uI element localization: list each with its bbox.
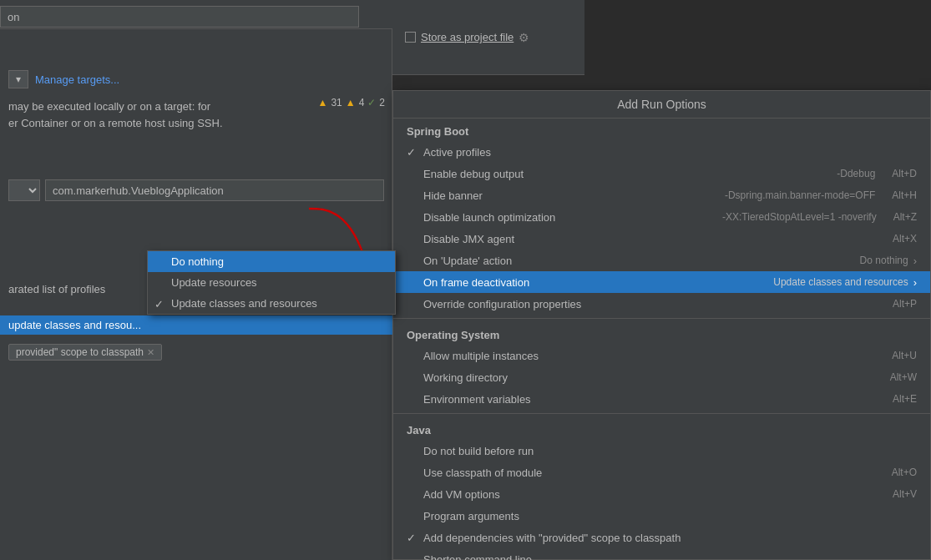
shortcut-override: Alt+P (876, 298, 917, 310)
shortcut-debug: Alt+D (875, 168, 917, 179)
section-java: Java (393, 417, 930, 440)
section-operating-system: Operating System (393, 322, 930, 345)
scope-pill-close[interactable]: ✕ (147, 347, 154, 358)
check-active-profiles: ✓ (407, 146, 423, 159)
label-on-update: On 'Update' action (423, 255, 855, 267)
menu-item-active-profiles[interactable]: ✓ Active profiles (393, 141, 930, 163)
shortcut-launch: Alt+Z (877, 211, 917, 223)
submenu-item-update-classes[interactable]: ✓ Update classes and resources (148, 293, 395, 314)
check-provided: ✓ (407, 532, 423, 544)
menu-item-disable-launch[interactable]: Disable launch optimization -XX:TieredSt… (393, 206, 930, 228)
sub-banner: -Dspring.main.banner-mode=OFF (725, 189, 875, 201)
menu-item-on-frame-deactivation[interactable]: On frame deactivation Update classes and… (393, 271, 930, 293)
target-dropdown[interactable]: ▾ (8, 70, 28, 88)
section-spring-boot: Spring Boot (393, 119, 930, 141)
update-row: update classes and resou... (0, 315, 392, 335)
panel-title: Add Run Options (393, 91, 930, 119)
label-workdir: Working directory (423, 371, 873, 384)
store-checkbox[interactable] (405, 32, 416, 43)
menu-item-override-config[interactable]: Override configuration properties Alt+P (393, 293, 930, 315)
scope-tag: provided" scope to classpath ✕ (0, 341, 170, 364)
label-debug: Enable debug output (423, 168, 832, 180)
profile-label: arated list of profiles (0, 280, 114, 299)
shortcut-env: Alt+E (876, 393, 917, 405)
label-jmx: Disable JMX agent (423, 233, 876, 245)
class-dropdown[interactable] (8, 179, 40, 201)
check-mark-icon: ✓ (154, 297, 164, 310)
label-frame: On frame deactivation (423, 276, 768, 289)
sub-frame: Update classes and resources (773, 276, 908, 288)
label-provided: Add dependencies with "provided" scope t… (423, 532, 917, 544)
submenu-item-do-nothing[interactable]: Do nothing (148, 251, 395, 272)
menu-item-classpath-module[interactable]: Use classpath of module Alt+O (393, 462, 930, 483)
arrow-frame: › (913, 276, 917, 289)
menu-item-vm-options[interactable]: Add VM options Alt+V (393, 483, 930, 505)
menu-item-provided-scope[interactable]: ✓ Add dependencies with "provided" scope… (393, 527, 930, 548)
label-multi: Allow multiple instances (423, 350, 875, 362)
menu-item-shorten-cmd[interactable]: Shorten command line (393, 548, 930, 560)
menu-item-env-vars[interactable]: Environment variables Alt+E (393, 388, 930, 410)
sub-on-update: Do nothing (860, 255, 908, 266)
shortcut-classpath: Alt+O (875, 467, 917, 478)
sub-debug: -Ddebug (837, 168, 875, 179)
menu-item-working-dir[interactable]: Working directory Alt+W (393, 366, 930, 388)
right-panel: Add Run Options Spring Boot ✓ Active pro… (392, 90, 931, 560)
divider-1 (393, 318, 930, 319)
shortcut-vm: Alt+V (876, 488, 917, 500)
label-nobuild: Do not build before run (423, 445, 917, 457)
shortcut-multi: Alt+U (875, 350, 917, 361)
store-project-area: Store as project file ⚙ (392, 0, 584, 75)
shortcut-banner: Alt+H (875, 189, 917, 201)
description-text: may be executed locally or on a target: … (0, 93, 384, 136)
submenu-item-update-resources[interactable]: Update resources (148, 272, 395, 293)
label-progargs: Program arguments (423, 510, 917, 522)
label-launch: Disable launch optimization (423, 211, 717, 224)
menu-item-debug-output[interactable]: Enable debug output -Ddebug Alt+D (393, 163, 930, 184)
divider-2 (393, 413, 930, 414)
manage-targets-row: ▾ Manage targets... (0, 65, 392, 93)
menu-item-on-update[interactable]: On 'Update' action Do nothing › (393, 250, 930, 271)
menu-item-program-args[interactable]: Program arguments (393, 505, 930, 527)
label-active-profiles: Active profiles (423, 146, 917, 159)
submenu-popup: Do nothing Update resources ✓ Update cla… (147, 250, 396, 315)
label-classpath: Use classpath of module (423, 467, 875, 479)
left-top-bar (0, 0, 392, 29)
label-banner: Hide banner (423, 189, 720, 202)
menu-item-no-build[interactable]: Do not build before run (393, 440, 930, 462)
name-input[interactable] (0, 6, 359, 28)
shortcut-workdir: Alt+W (873, 371, 917, 383)
scope-pill: provided" scope to classpath ✕ (8, 344, 162, 361)
main-class-input[interactable] (45, 179, 384, 201)
label-shorten: Shorten command line (423, 553, 917, 561)
label-env: Environment variables (423, 393, 876, 406)
left-panel: Store as project file ⚙ ▲ 31 ▲ 4 ✓ 2 ▾ M… (0, 0, 392, 560)
sub-launch: -XX:TieredStopAtLevel=1 -noverify (722, 211, 877, 223)
menu-item-multiple-instances[interactable]: Allow multiple instances Alt+U (393, 345, 930, 366)
label-override: Override configuration properties (423, 298, 876, 310)
manage-targets-link[interactable]: Manage targets... (35, 73, 119, 86)
label-vm: Add VM options (423, 488, 876, 501)
menu-item-hide-banner[interactable]: Hide banner -Dspring.main.banner-mode=OF… (393, 184, 930, 206)
gear-icon[interactable]: ⚙ (519, 31, 529, 44)
store-label: Store as project file (421, 31, 514, 43)
arrow-on-update: › (913, 255, 917, 267)
menu-item-disable-jmx[interactable]: Disable JMX agent Alt+X (393, 228, 930, 250)
main-class-row (0, 179, 392, 201)
shortcut-jmx: Alt+X (876, 233, 917, 245)
